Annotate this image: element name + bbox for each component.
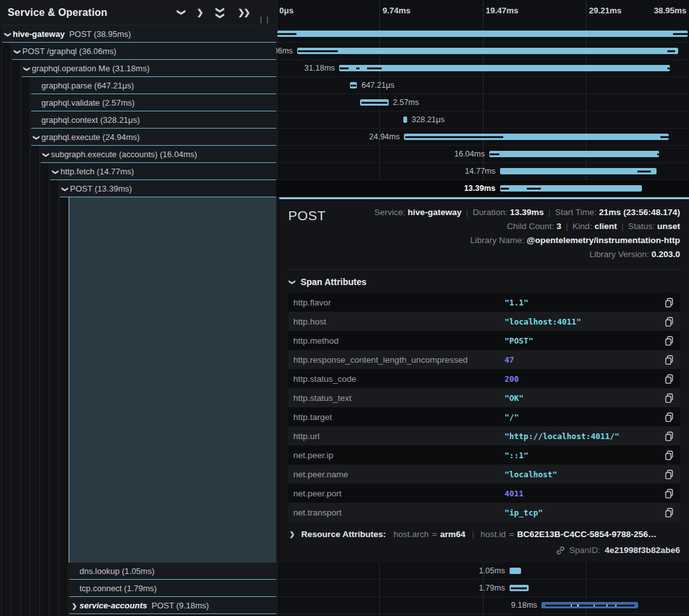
- timeline-row[interactable]: 36.06ms: [276, 43, 689, 60]
- span-duration-label: 647.21μs: [357, 81, 394, 90]
- span-bar[interactable]: [510, 585, 529, 591]
- span-detail-spacer: [0, 197, 276, 563]
- overview-line: Library Version: 0.203.0: [326, 248, 680, 262]
- copy-icon[interactable]: [662, 431, 674, 441]
- span-attributes-header[interactable]: ❯ Span Attributes: [289, 277, 680, 287]
- chevron-right-icon: ❯: [289, 531, 295, 538]
- chevron-right-icon[interactable]: ❯: [197, 8, 204, 17]
- timeline-row[interactable]: 328.21μs: [276, 111, 689, 129]
- ruler-tick: 38.95ms: [654, 6, 686, 15]
- span-row-http-fetch[interactable]: ❯http.fetch (14.77ms): [0, 163, 276, 180]
- timeline-row[interactable]: 1.79ms: [276, 580, 689, 597]
- double-chevron-right-icon[interactable]: ❯❯: [238, 8, 249, 17]
- span-bar[interactable]: [360, 99, 389, 106]
- span-row-graphql-execute[interactable]: ❯graphql.execute (24.94ms): [0, 129, 276, 146]
- timeline-row[interactable]: 24.94ms: [276, 129, 689, 146]
- tree-controls: ❯ ❯ ❯❯ ❯❯: [178, 8, 249, 17]
- chevron-down-icon[interactable]: ❯: [13, 49, 20, 54]
- attribute-value: "localhost": [505, 470, 662, 479]
- operation-name: graphql.operation Me (31.18ms): [32, 64, 150, 73]
- span-row-service-accounts-post[interactable]: ❯service-accountsPOST (9.18ms): [0, 597, 276, 614]
- tree-header: Service & Operation ❯ ❯ ❯❯ ❯❯ ❘❘: [0, 0, 276, 25]
- timeline-row[interactable]: 14.77ms: [276, 163, 689, 180]
- span-row-post-selected[interactable]: ❯POST (13.39ms): [0, 180, 276, 197]
- copy-icon[interactable]: [662, 374, 674, 384]
- copy-icon[interactable]: [662, 412, 674, 422]
- span-duration-label: 13.39ms: [464, 184, 499, 193]
- chevron-down-icon[interactable]: ❯: [4, 32, 11, 37]
- span-bar[interactable]: [510, 568, 521, 574]
- ruler-tick: 0μs: [279, 6, 293, 15]
- span-row-graphql-parse[interactable]: graphql.parse (647.21μs): [0, 77, 276, 94]
- equals-sign: =: [432, 529, 437, 539]
- meta-label: Service:: [374, 207, 405, 217]
- span-bar[interactable]: [339, 65, 670, 71]
- column-resize-handle[interactable]: ❘❘: [258, 15, 271, 24]
- copy-icon[interactable]: [662, 489, 674, 498]
- chevron-down-icon[interactable]: ❯: [177, 9, 186, 16]
- timeline-row[interactable]: 1.05ms: [276, 563, 689, 580]
- chevron-down-icon[interactable]: ❯: [23, 66, 30, 71]
- timeline-row[interactable]: 647.21μs: [276, 77, 689, 94]
- copy-icon[interactable]: [662, 470, 674, 479]
- timeline-row[interactable]: 16.04ms: [276, 146, 689, 163]
- attribute-value: "POST": [505, 336, 662, 346]
- span-row-graphql-validate[interactable]: graphql.validate (2.57ms): [0, 94, 276, 111]
- chevron-down-icon[interactable]: ❯: [42, 152, 49, 157]
- link-icon[interactable]: [556, 546, 565, 555]
- operation-name: tcp.connect (1.79ms): [80, 584, 157, 593]
- copy-icon[interactable]: [662, 317, 674, 326]
- attribute-key: net.peer.ip: [293, 451, 505, 460]
- chevron-down-icon[interactable]: ❯: [61, 186, 68, 192]
- copy-icon[interactable]: [662, 336, 674, 346]
- span-row-dns-lookup[interactable]: dns.lookup (1.05ms): [0, 563, 276, 580]
- critical-path-segment: [405, 136, 503, 138]
- copy-icon[interactable]: [662, 508, 674, 517]
- span-duration-label: 2.57ms: [389, 98, 419, 107]
- critical-path-segment: [361, 102, 387, 104]
- timeline-row[interactable]: 13.39ms: [276, 180, 689, 197]
- timeline-row[interactable]: 9.18ms: [276, 597, 689, 614]
- attribute-key: http.host: [293, 317, 505, 326]
- span-bar[interactable]: [404, 134, 669, 140]
- attribute-key: http.flavor: [293, 298, 505, 307]
- timeline-row[interactable]: 31.18ms: [276, 60, 689, 77]
- resource-attributes-row[interactable]: ❯ Resource Attributes: host.arch=arm64 |…: [289, 529, 680, 539]
- span-bar[interactable]: [277, 31, 688, 37]
- span-bar[interactable]: [350, 82, 357, 88]
- timeline-row[interactable]: 2.57ms: [276, 94, 689, 111]
- critical-path-segment: [527, 188, 541, 190]
- span-title: POST: [288, 204, 326, 223]
- span-bar[interactable]: [541, 602, 638, 608]
- copy-icon[interactable]: [662, 355, 674, 365]
- span-duration-label: 36.06ms: [276, 46, 297, 55]
- span-bar[interactable]: [500, 185, 642, 192]
- span-row-graphql-operation[interactable]: ❯graphql.operation Me (31.18ms): [0, 60, 276, 77]
- span-row-graphql-context[interactable]: graphql.context (328.21μs): [0, 111, 276, 129]
- copy-icon[interactable]: [662, 298, 674, 307]
- span-tree-pane: Service & Operation ❯ ❯ ❯❯ ❯❯ ❘❘ ❯hive-g…: [0, 0, 276, 616]
- critical-path-segment: [545, 605, 634, 606]
- attribute-key: net.peer.port: [293, 489, 505, 498]
- chevron-down-icon[interactable]: ❯: [52, 169, 59, 174]
- span-id-value: 4e21998f3b82abe6: [604, 545, 680, 555]
- span-bar[interactable]: [489, 151, 659, 157]
- critical-path-segment: [351, 85, 356, 87]
- span-row-hive-gateway-post[interactable]: ❯hive-gatewayPOST (38.95ms): [0, 25, 276, 43]
- chevron-down-icon[interactable]: ❯: [32, 135, 39, 140]
- span-bar[interactable]: [500, 168, 657, 174]
- span-row-subgraph-execute[interactable]: ❯subgraph.execute (accounts) (16.04ms): [0, 146, 276, 163]
- operation-name: http.fetch (14.77ms): [60, 167, 134, 176]
- attribute-value: 47: [505, 355, 662, 365]
- attribute-key: http.status_code: [293, 374, 505, 384]
- double-chevron-down-icon[interactable]: ❯❯: [216, 7, 225, 18]
- span-row-post-graphql[interactable]: ❯POST /graphql (36.06ms): [0, 43, 276, 60]
- timeline-row[interactable]: [276, 25, 689, 43]
- span-bar[interactable]: [297, 48, 678, 54]
- chevron-right-icon[interactable]: ❯: [72, 603, 77, 610]
- span-row-tcp-connect[interactable]: tcp.connect (1.79ms): [0, 580, 276, 597]
- meta-label: Start Time:: [555, 207, 596, 217]
- span-duration-label: 9.18ms: [511, 601, 541, 610]
- copy-icon[interactable]: [662, 451, 674, 460]
- copy-icon[interactable]: [662, 393, 674, 403]
